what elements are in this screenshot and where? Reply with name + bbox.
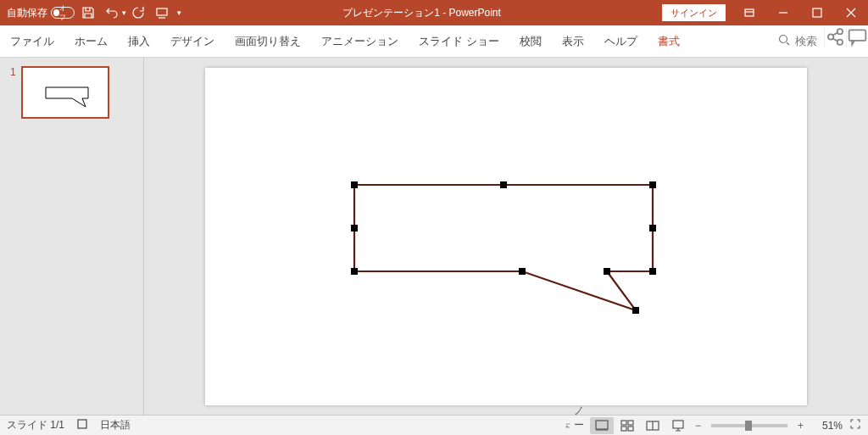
selection-handle[interactable] [649,225,656,231]
slide-indicator[interactable]: スライド 1/1 [7,418,64,432]
svg-rect-0 [157,8,167,15]
slide-thumbnail[interactable]: 1 [0,58,143,119]
selection-handle[interactable] [604,268,610,275]
selection-handle[interactable] [519,268,526,275]
signin-button[interactable]: サインイン [662,4,726,21]
tab-slideshow[interactable]: スライド ショー [409,25,509,57]
svg-rect-1 [745,9,754,16]
svg-rect-11 [628,421,633,425]
titlebar: 自動保存 オフ ▾ ▾ プレゼンテーション1 - PowerPoint サインイ… [0,0,868,25]
autosave-label: 自動保存 [7,6,47,20]
tell-me-search[interactable]: 検索 [771,25,824,57]
work-area: 1 [0,58,868,415]
quick-access-toolbar: 自動保存 オフ ▾ ▾ [0,3,181,23]
svg-rect-8 [78,420,86,428]
svg-point-6 [837,39,843,44]
slide[interactable] [205,68,807,405]
svg-rect-12 [621,427,626,431]
selection-handle[interactable] [649,268,656,275]
share-icon[interactable] [824,25,846,47]
tab-file[interactable]: ファイル [0,25,64,57]
tab-home[interactable]: ホーム [64,25,118,57]
tab-transitions[interactable]: 画面切り替え [225,25,311,57]
svg-point-4 [828,34,833,39]
thumbnail-number: 1 [10,66,16,78]
fit-to-window-icon[interactable] [849,418,861,432]
statusbar: スライド 1/1 日本語 ノート − + 51% [0,415,868,435]
maximize-icon[interactable] [800,0,834,25]
slide-thumbnail-panel[interactable]: 1 [0,58,144,415]
thumbnail-shape-preview [45,86,89,102]
thumbnail-preview [21,66,109,119]
slideshow-view-icon[interactable] [666,417,690,434]
svg-rect-15 [673,421,683,428]
ribbon-display-options-icon[interactable] [732,0,766,25]
slide-sorter-view-icon[interactable] [615,417,639,434]
language-indicator[interactable]: 日本語 [100,418,131,432]
save-icon[interactable] [78,3,98,23]
tab-format[interactable]: 書式 [648,25,690,57]
notes-button[interactable]: ノート [565,417,588,434]
svg-rect-7 [849,30,866,41]
svg-rect-13 [628,427,633,431]
callout-shape[interactable] [353,183,654,315]
svg-point-3 [780,36,787,43]
tab-animations[interactable]: アニメーション [311,25,409,57]
search-label: 検索 [795,34,817,49]
svg-rect-2 [813,8,821,17]
zoom-in-icon[interactable]: + [794,420,807,432]
minimize-icon[interactable] [766,0,800,25]
tab-view[interactable]: 表示 [552,25,594,57]
close-icon[interactable] [834,0,868,25]
tab-review[interactable]: 校閲 [509,25,552,57]
comments-icon[interactable] [846,25,868,47]
start-from-beginning-icon[interactable] [152,3,172,23]
tab-insert[interactable]: 挿入 [118,25,160,57]
slide-canvas-area[interactable] [144,58,868,415]
zoom-out-icon[interactable]: − [692,420,704,432]
selection-handle[interactable] [351,181,358,188]
search-icon [778,34,790,48]
reading-view-icon[interactable] [641,417,665,434]
toggle-off-icon: オフ [51,7,75,19]
ribbon-tabs: ファイル ホーム 挿入 デザイン 画面切り替え アニメーション スライド ショー… [0,25,868,58]
tab-design[interactable]: デザイン [160,25,225,57]
svg-point-5 [837,29,843,34]
selection-handle[interactable] [649,181,656,188]
autosave-toggle[interactable]: 自動保存 オフ [7,6,75,20]
tab-help[interactable]: ヘルプ [594,25,648,57]
undo-dropdown-icon[interactable]: ▾ [122,8,126,17]
window-controls: サインイン [662,0,868,25]
redo-icon[interactable] [128,3,148,23]
selection-handle[interactable] [632,307,639,314]
spellcheck-icon[interactable] [76,418,88,432]
undo-icon[interactable] [102,3,122,23]
window-title: プレゼンテーション1 - PowerPoint [181,6,662,20]
app-window: 自動保存 オフ ▾ ▾ プレゼンテーション1 - PowerPoint サインイ… [0,0,868,435]
zoom-percent[interactable]: 51% [809,420,843,432]
zoom-slider[interactable] [711,424,787,427]
selection-handle[interactable] [351,268,358,275]
normal-view-icon[interactable] [590,417,614,434]
selection-handle[interactable] [351,225,358,231]
svg-rect-9 [596,421,608,429]
selection-handle[interactable] [500,181,507,188]
status-right-group: ノート − + 51% [565,417,861,434]
svg-rect-10 [621,421,626,425]
